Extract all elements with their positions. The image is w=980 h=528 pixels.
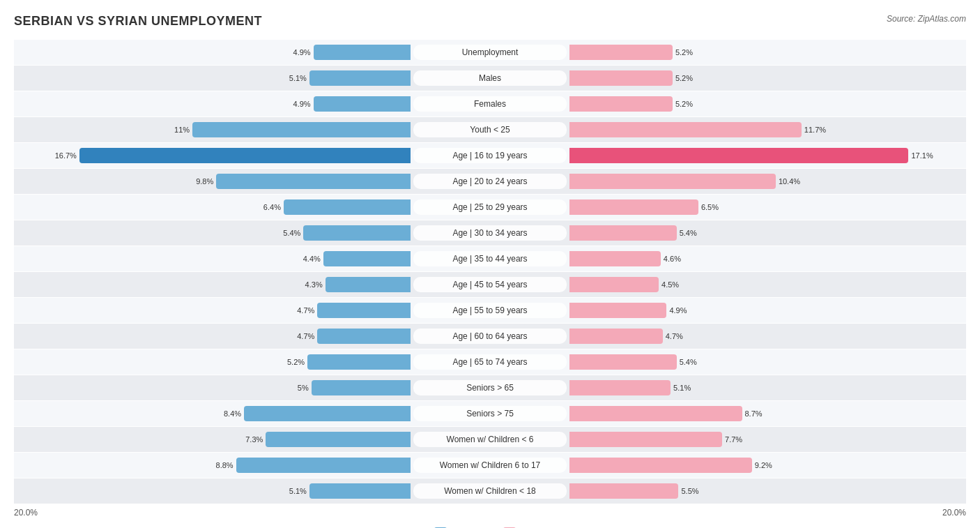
serbian-value: 5.4%: [283, 229, 300, 237]
serbian-value: 5.1%: [289, 74, 307, 82]
row-label: Males: [413, 70, 567, 86]
left-section: 5.4%: [14, 220, 413, 246]
left-section: 5%: [14, 375, 413, 400]
bar-syrian: 10.4%: [569, 174, 776, 189]
left-section: 4.7%: [14, 324, 413, 349]
bar-syrian: 5.4%: [569, 225, 677, 241]
left-section: 7.3%: [14, 427, 413, 452]
left-section: 8.4%: [14, 401, 413, 426]
axis-right-label: 20.0%: [942, 508, 966, 518]
bar-syrian: 5.2%: [569, 96, 673, 112]
chart-row: 11% Youth < 25 11.7%: [14, 117, 966, 142]
right-section: 4.5%: [567, 272, 966, 297]
syrian-value: 4.7%: [666, 332, 683, 340]
bar-serbian: 4.7%: [317, 303, 411, 318]
right-section: 9.2%: [567, 453, 966, 478]
left-section: 8.8%: [14, 453, 413, 478]
bar-serbian: 4.7%: [317, 329, 411, 344]
right-section: 4.9%: [567, 298, 966, 323]
right-section: 10.4%: [567, 169, 966, 194]
chart-row: 4.9% Females 5.2%: [14, 91, 966, 116]
row-label: Age | 25 to 29 years: [413, 199, 567, 215]
bar-serbian: 4.9%: [314, 96, 411, 112]
chart-row: 5.4% Age | 30 to 34 years 5.4%: [14, 220, 966, 246]
bar-serbian: 5.1%: [309, 70, 411, 86]
axis-labels: 20.0% 20.0%: [14, 508, 966, 518]
bar-serbian: 9.8%: [216, 174, 411, 189]
chart-body: 4.9% Unemployment 5.2% 5.1% Males 5.2%: [14, 40, 966, 504]
bar-syrian: 9.2%: [569, 458, 752, 473]
chart-row: 8.4% Seniors > 75 8.7%: [14, 401, 966, 426]
row-inner: 8.4% Seniors > 75 8.7%: [14, 401, 966, 426]
right-section: 17.1%: [567, 143, 966, 168]
bar-serbian: 4.3%: [326, 277, 411, 292]
bar-syrian: 4.6%: [569, 251, 661, 266]
chart-row: 5% Seniors > 65 5.1%: [14, 375, 966, 400]
syrian-value: 8.7%: [745, 409, 763, 418]
serbian-value: 7.3%: [245, 435, 263, 444]
row-label: Age | 30 to 34 years: [413, 225, 567, 241]
bar-syrian: 5.4%: [569, 354, 677, 370]
left-section: 4.3%: [14, 272, 413, 297]
right-section: 4.7%: [567, 324, 966, 349]
bar-syrian: 5.2%: [569, 70, 673, 86]
bar-syrian: 7.7%: [569, 432, 722, 447]
left-section: 4.9%: [14, 40, 413, 65]
chart-row: 4.7% Age | 55 to 59 years 4.9%: [14, 298, 966, 323]
syrian-value: 17.1%: [911, 151, 933, 160]
serbian-value: 9.8%: [196, 177, 213, 186]
bar-syrian: 4.7%: [569, 329, 663, 344]
serbian-value: 4.3%: [305, 280, 323, 289]
row-label: Women w/ Children < 18: [413, 483, 567, 499]
row-inner: 16.7% Age | 16 to 19 years 17.1%: [14, 143, 966, 168]
chart-row: 4.9% Unemployment 5.2%: [14, 40, 966, 65]
syrian-value: 5.2%: [675, 48, 693, 56]
row-inner: 9.8% Age | 20 to 24 years 10.4%: [14, 169, 966, 194]
bar-serbian: 5.1%: [309, 483, 411, 499]
right-section: 5.5%: [567, 478, 966, 504]
left-section: 11%: [14, 117, 413, 142]
row-inner: 5.1% Women w/ Children < 18 5.5%: [14, 478, 966, 504]
syrian-value: 4.9%: [669, 306, 687, 315]
right-section: 5.2%: [567, 66, 966, 91]
bar-serbian: 5.4%: [303, 225, 411, 241]
syrian-value: 4.5%: [661, 280, 679, 289]
right-section: 5.1%: [567, 375, 966, 400]
serbian-value: 16.7%: [55, 151, 77, 160]
serbian-value: 8.4%: [224, 409, 241, 418]
serbian-value: 4.9%: [293, 100, 311, 108]
left-section: 4.9%: [14, 91, 413, 116]
bar-serbian: 8.8%: [236, 458, 411, 473]
row-label: Seniors > 65: [413, 380, 567, 395]
bar-syrian: 4.9%: [569, 303, 666, 318]
syrian-value: 7.7%: [725, 435, 742, 444]
axis-left-label: 20.0%: [14, 508, 38, 518]
right-section: 5.2%: [567, 91, 966, 116]
serbian-value: 5.2%: [287, 358, 305, 366]
bar-syrian: 6.5%: [569, 199, 698, 215]
right-section: 7.7%: [567, 427, 966, 452]
chart-title: SERBIAN VS SYRIAN UNEMPLOYMENT: [14, 14, 262, 29]
bar-serbian: 5.2%: [307, 354, 411, 370]
left-section: 5.2%: [14, 349, 413, 375]
syrian-value: 5.1%: [673, 384, 691, 392]
serbian-value: 4.4%: [303, 255, 321, 263]
row-label: Age | 45 to 54 years: [413, 277, 567, 292]
serbian-value: 4.9%: [293, 48, 311, 56]
syrian-value: 10.4%: [779, 177, 800, 186]
row-inner: 8.8% Women w/ Children 6 to 17 9.2%: [14, 453, 966, 478]
bar-serbian: 16.7%: [79, 148, 411, 163]
bar-syrian: 5.2%: [569, 45, 673, 60]
bar-syrian: 4.5%: [569, 277, 659, 292]
syrian-value: 4.6%: [664, 255, 681, 263]
row-inner: 4.7% Age | 55 to 59 years 4.9%: [14, 298, 966, 323]
row-inner: 7.3% Women w/ Children < 6 7.7%: [14, 427, 966, 452]
row-label: Age | 20 to 24 years: [413, 174, 567, 189]
row-label: Unemployment: [413, 45, 567, 60]
left-section: 5.1%: [14, 478, 413, 504]
left-section: 9.8%: [14, 169, 413, 194]
bar-syrian: 8.7%: [569, 406, 742, 421]
bar-serbian: 7.3%: [266, 432, 411, 447]
row-label: Age | 65 to 74 years: [413, 354, 567, 370]
serbian-value: 11%: [174, 126, 190, 134]
